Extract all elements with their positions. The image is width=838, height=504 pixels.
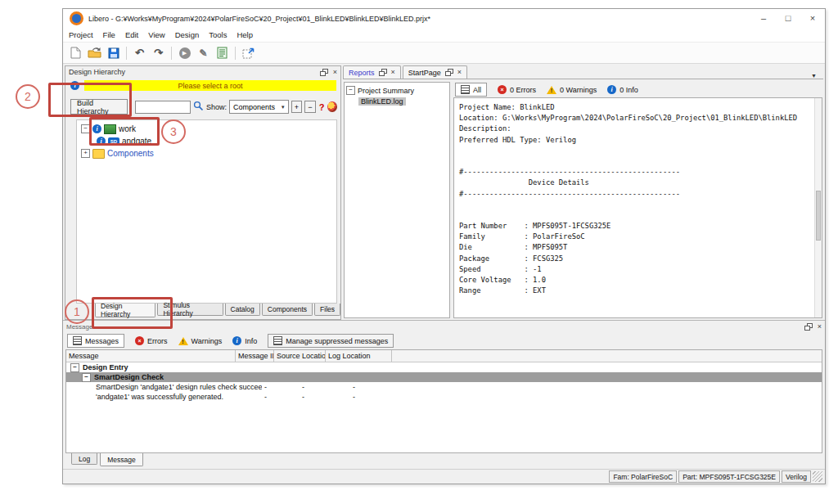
menu-file[interactable]: File [103,30,115,39]
design-hierarchy-header: Design Hierarchy × [65,66,340,78]
close-tab-icon[interactable]: × [457,69,462,76]
filter-warnings[interactable]: ! Warnings [178,337,223,345]
manage-suppressed-button[interactable]: Manage suppressed messages [268,334,394,348]
libero-logo-icon [70,11,83,25]
menu-help[interactable]: Help [237,30,253,39]
scrollbar-thumb[interactable] [816,191,821,241]
show-dropdown[interactable]: Components ▼ [229,100,289,114]
expand-all-button[interactable]: + [291,101,303,113]
tab-reports[interactable]: Reports × [343,65,401,79]
toolbar-separator [126,47,127,60]
table-row[interactable]: 'andgate1' was successfully generated. -… [66,392,822,402]
main-toolbar: ↶ ↷ ▶ ✎ [63,42,825,64]
message-filter-bar: Messages × Errors ! Warnings i Info Mana… [63,332,825,349]
menu-project[interactable]: Project [69,30,93,39]
status-family: Fam: PolarFireSoC [609,470,677,483]
message-panel: Message × Messages × Errors ! Warnings [63,320,825,469]
undo-icon[interactable]: ↶ [131,44,148,61]
new-document-icon[interactable] [67,44,84,61]
collapse-all-button[interactable]: − [304,101,316,113]
tree-item-project-summary[interactable]: − Project Summary [346,85,448,96]
filter-info[interactable]: i Info [232,336,257,345]
collapse-expander-icon[interactable]: − [82,373,91,382]
write-tool-icon[interactable]: ✎ [195,44,212,61]
close-tab-icon[interactable]: × [391,69,395,76]
collapse-expander-icon[interactable]: − [70,363,79,372]
menu-view[interactable]: View [148,30,164,39]
float-panel-icon[interactable] [320,69,328,76]
report-text-area: Project Name: BlinkLED Location: G:\Work… [453,97,822,318]
float-panel-icon[interactable] [804,323,813,331]
tab-catalog[interactable]: Catalog [225,304,260,316]
chevron-down-icon: ▼ [281,105,286,110]
tab-startpage[interactable]: StartPage × [403,65,467,79]
title-bar: Libero - G:¥Works¥MyProgram¥2024¥PolarFi… [63,9,825,28]
run-icon[interactable]: ▶ [176,44,193,61]
tab-files[interactable]: Files [314,304,340,316]
menu-edit[interactable]: Edit [125,30,138,39]
minimize-button[interactable]: – [751,9,776,28]
annotation-circle-3: 3 [161,119,186,144]
filter-errors[interactable]: × 0 Errors [498,85,536,94]
filter-all-button[interactable]: All [455,83,487,97]
message-panel-header: Message × [63,321,825,332]
help-icon[interactable]: ? [318,102,326,112]
filter-info[interactable]: i 0 Info [607,85,638,94]
reports-panel: Reports × StartPage × ▼ − [343,65,823,320]
table-row[interactable]: SmartDesign 'andgate1' design rules chec… [66,382,822,392]
redo-icon[interactable]: ↷ [150,44,167,61]
column-message-id[interactable]: Message ID [236,350,274,362]
maximize-button[interactable]: □ [776,9,800,28]
search-icon[interactable] [193,100,204,115]
column-log-location[interactable]: Log Location [326,350,392,362]
screen: Libero - G:¥Works¥MyProgram¥2024¥PolarFi… [0,0,838,504]
design-hierarchy-tree: − i work i SD andgate + Components [76,119,337,304]
float-tab-icon[interactable] [379,69,387,76]
list-icon [461,85,470,94]
save-icon[interactable] [105,44,122,61]
maximize-workspace-icon[interactable] [240,44,257,61]
tree-item-blinkled-log[interactable]: BlinkLED.log [358,96,448,106]
tab-log[interactable]: Log [71,453,97,465]
report-content: Project Name: BlinkLED Location: G:\Work… [459,102,812,296]
hierarchy-search-input[interactable] [135,101,191,114]
report-icon[interactable] [214,44,231,61]
reports-body: − Project Summary BlinkLED.log All [343,79,823,320]
menu-design[interactable]: Design [175,30,200,39]
hierarchy-settings-icon[interactable] [327,101,337,112]
info-icon: i [232,336,241,345]
status-part: Part: MPFS095T-1FCSG325E [678,470,780,483]
annotation-circle-2: 2 [16,84,40,109]
table-row-selected[interactable]: − SmartDesign Check [66,372,822,382]
annotation-rect-design-hierarchy-tab [92,297,173,329]
design-hierarchy-title: Design Hierarchy [69,68,125,76]
filter-warnings[interactable]: ! 0 Warnings [547,86,597,94]
show-label: Show: [206,103,227,111]
float-tab-icon[interactable] [445,69,453,76]
annotation-rect-build-hierarchy [48,83,132,117]
filter-messages-button[interactable]: Messages [67,334,124,348]
status-bar: Fam: PolarFireSoC Part: MPFS095T-1FCSG32… [63,469,825,484]
close-panel-icon[interactable]: × [818,323,822,331]
column-message[interactable]: Message [66,350,236,362]
tab-components[interactable]: Components [262,304,313,316]
open-project-icon[interactable] [86,44,103,61]
column-source-location[interactable]: Source Location [274,350,326,362]
table-row[interactable]: − Design Entry [66,362,822,372]
close-button[interactable]: × [800,9,825,28]
toolbar-separator [235,47,236,60]
resize-grip[interactable] [813,471,822,482]
tree-item-components[interactable]: + Components [81,147,336,160]
libero-window: Libero - G:¥Works¥MyProgram¥2024¥PolarFi… [62,8,826,484]
error-icon: × [135,336,144,345]
tab-message[interactable]: Message [100,453,143,466]
close-panel-icon[interactable]: × [333,69,337,76]
collapse-expander-icon[interactable]: − [346,86,355,95]
expand-expander-icon[interactable]: + [81,149,90,158]
tab-list-menu-icon[interactable]: ▼ [804,73,823,79]
vertical-scrollbar[interactable] [814,98,822,317]
message-table: Message Message ID Source Location Log L… [65,349,822,453]
table-header: Message Message ID Source Location Log L… [66,350,822,362]
filter-errors[interactable]: × Errors [135,336,168,345]
menu-tools[interactable]: Tools [209,30,227,39]
